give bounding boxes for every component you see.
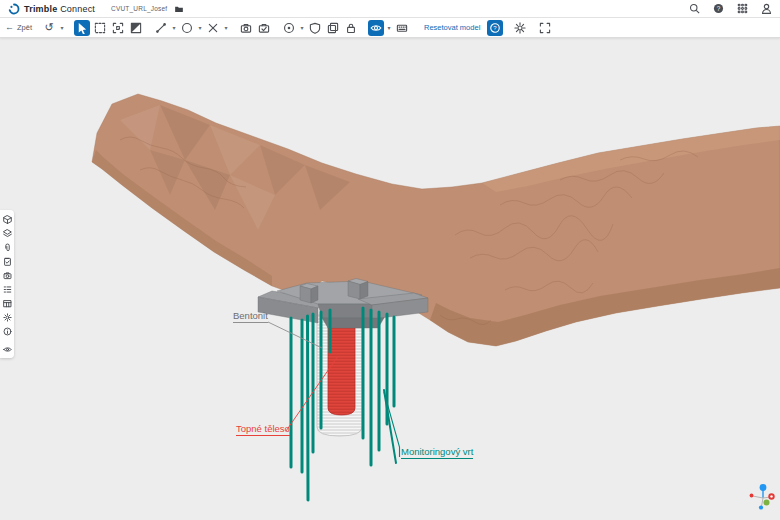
area-select-button[interactable]: [110, 20, 126, 36]
markup-label-topne-teleso[interactable]: Topné těleso: [236, 423, 290, 436]
lock-button[interactable]: [343, 20, 359, 36]
status-sphere-icon: [283, 22, 295, 34]
account-icon[interactable]: [760, 3, 772, 15]
trimble-logo-icon: [8, 3, 20, 15]
keyboard-shortcuts-button[interactable]: [394, 20, 410, 36]
viewport-3d[interactable]: [0, 0, 780, 520]
measure-dropdown-caret[interactable]: ▾: [170, 20, 178, 36]
back-label: Zpět: [17, 23, 32, 32]
ellipse-icon: [181, 22, 193, 34]
apps-grid-icon[interactable]: [736, 3, 748, 15]
visibility-dropdown-caret[interactable]: ▾: [385, 20, 393, 36]
invert-selection-icon: [130, 22, 142, 34]
measure-icon: [155, 22, 167, 34]
side-tool-strip: [0, 210, 14, 358]
snapshot-confirm-button[interactable]: [256, 20, 272, 36]
eye-icon: [370, 22, 382, 34]
views-camera-icon[interactable]: [2, 270, 12, 280]
marquee-select-button[interactable]: [92, 20, 108, 36]
section-cut-button[interactable]: [205, 20, 221, 36]
project-folder-icon[interactable]: [173, 3, 185, 15]
topics-list-icon[interactable]: [2, 284, 12, 294]
settings-button[interactable]: [512, 20, 528, 36]
status-dropdown-caret[interactable]: ▾: [298, 20, 306, 36]
top-bar: Trimble Connect CVUT_URL_Josef ?: [0, 0, 780, 18]
status-sphere-button[interactable]: [281, 20, 297, 36]
undo-button[interactable]: ↺: [41, 20, 57, 36]
layers-icon[interactable]: [2, 228, 12, 238]
lock-icon: [345, 22, 357, 34]
copy-view-button[interactable]: [325, 20, 341, 36]
help-marker-button[interactable]: ?: [487, 20, 503, 36]
camera-check-icon: [258, 22, 270, 34]
markup-label-bentonit[interactable]: Bentonit: [233, 310, 268, 323]
gear-icon: [514, 22, 526, 34]
back-arrow-icon: ←: [5, 23, 14, 32]
visibility-eye-button[interactable]: [368, 20, 384, 36]
svg-text:?: ?: [716, 5, 720, 12]
keyboard-icon: [396, 22, 408, 34]
search-icon[interactable]: [688, 3, 700, 15]
measure-button[interactable]: [153, 20, 169, 36]
shape-ellipse-button[interactable]: [179, 20, 195, 36]
heater-body[interactable]: [328, 319, 355, 415]
shape-dropdown-caret[interactable]: ▾: [196, 20, 204, 36]
models-icon[interactable]: [2, 214, 12, 224]
schedule-table-icon[interactable]: [2, 298, 12, 308]
terrain-rock-mass[interactable]: [92, 94, 780, 346]
invert-selection-button[interactable]: [128, 20, 144, 36]
settings-gear-icon[interactable]: [2, 312, 12, 322]
pointer-select-button[interactable]: [74, 20, 90, 36]
fullscreen-button[interactable]: [537, 20, 553, 36]
svg-text:?: ?: [494, 25, 498, 31]
section-dropdown-caret[interactable]: ▾: [222, 20, 230, 36]
markup-label-monitoringovy-vrt[interactable]: Monitoringový vrt: [401, 446, 473, 459]
orientation-gizmo[interactable]: [750, 484, 775, 510]
trimble-connect-3d-viewer: { "app": { "brand_bold": "Trimble", "bra…: [0, 0, 780, 520]
visibility-eye-icon[interactable]: [2, 344, 12, 354]
markup-tag-button[interactable]: [307, 20, 323, 36]
copy-icon: [327, 22, 339, 34]
snapshot-button[interactable]: [238, 20, 254, 36]
attachments-icon[interactable]: [2, 242, 12, 252]
info-icon[interactable]: [2, 326, 12, 336]
trimble-connect-brand[interactable]: Trimble Connect: [8, 3, 95, 15]
project-name-breadcrumb[interactable]: CVUT_URL_Josef: [111, 5, 167, 12]
undo-icon: ↺: [44, 22, 53, 33]
help-marker-icon: ?: [489, 22, 501, 34]
section-cut-icon: [207, 22, 219, 34]
undo-dropdown-caret[interactable]: ▾: [58, 20, 66, 36]
camera-icon: [240, 22, 252, 34]
marquee-select-icon: [94, 22, 106, 34]
brand-light: Connect: [60, 4, 95, 14]
brand-bold: Trimble: [24, 4, 57, 14]
viewer-toolbar: ← Zpět ↺ ▾ ▾ ▾: [0, 18, 780, 38]
markup-tag-icon: [309, 22, 321, 34]
pointer-cursor-icon: [76, 22, 88, 34]
brand-text: Trimble Connect: [24, 4, 95, 14]
reset-model-button[interactable]: Resetovat model: [424, 23, 480, 32]
todo-icon[interactable]: [2, 256, 12, 266]
back-button[interactable]: ← Zpět: [5, 23, 32, 32]
area-select-icon: [112, 22, 124, 34]
fullscreen-icon: [539, 22, 551, 34]
help-icon[interactable]: ?: [712, 3, 724, 15]
